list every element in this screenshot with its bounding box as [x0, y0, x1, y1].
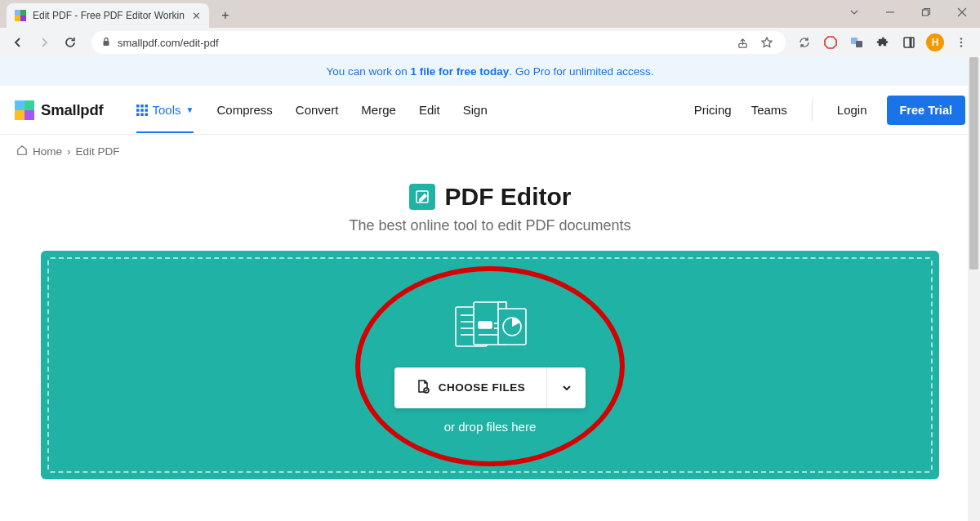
teams-link[interactable]: Teams	[751, 103, 787, 117]
browser-toolbar: smallpdf.com/edit-pdf H	[0, 28, 980, 57]
favicon-icon	[15, 10, 26, 21]
promo-bold: 1 file for free today	[411, 65, 510, 78]
svg-rect-5	[20, 10, 26, 16]
menu-tools-label: Tools	[153, 103, 181, 117]
adblock-icon[interactable]	[822, 33, 840, 51]
breadcrumb-sep: ›	[67, 145, 71, 158]
caret-down-icon: ▼	[186, 105, 194, 114]
svg-rect-12	[856, 41, 862, 47]
promo-prefix: You can work on	[327, 65, 411, 78]
tab-strip: Edit PDF - Free PDF Editor Workin ✕ +	[0, 0, 980, 28]
site-header: Smallpdf Tools ▼ Compress Convert Merge …	[0, 86, 980, 135]
svg-point-16	[960, 42, 963, 44]
svg-rect-21	[24, 110, 34, 120]
menu-merge[interactable]: Merge	[361, 103, 396, 117]
chevron-down-icon	[561, 382, 572, 394]
svg-rect-30	[145, 113, 148, 116]
menu-compress[interactable]: Compress	[216, 103, 272, 117]
new-tab-button[interactable]: +	[214, 4, 237, 27]
svg-rect-1	[923, 10, 929, 16]
tab-title: Edit PDF - Free PDF Editor Workin	[33, 10, 185, 21]
free-trial-button[interactable]: Free Trial	[887, 96, 965, 125]
drop-hint: or drop files here	[444, 420, 537, 434]
svg-point-17	[960, 45, 963, 47]
lock-icon	[101, 37, 111, 49]
svg-rect-28	[136, 113, 140, 116]
vertical-scrollbar[interactable]	[968, 57, 980, 521]
separator	[812, 99, 813, 122]
close-button[interactable]	[944, 0, 980, 24]
translate-icon[interactable]	[848, 33, 866, 51]
minimize-button[interactable]	[872, 0, 908, 24]
choose-files-dropdown[interactable]	[546, 367, 586, 408]
profile-avatar[interactable]: H	[926, 33, 944, 51]
promo-suffix: . Go Pro for unlimited access.	[509, 65, 653, 78]
page-title: PDF Editor	[445, 183, 572, 211]
svg-rect-23	[140, 105, 144, 108]
promo-banner[interactable]: You can work on 1 file for free today. G…	[0, 57, 980, 86]
pdf-editor-badge-icon	[409, 184, 435, 210]
chevron-down-icon[interactable]	[836, 0, 872, 24]
svg-point-15	[960, 38, 963, 40]
svg-rect-8	[104, 41, 109, 46]
main-menu: Tools ▼ Compress Convert Merge Edit Sign	[136, 103, 488, 117]
svg-rect-20	[15, 110, 24, 120]
document-icon	[416, 379, 430, 396]
share-icon[interactable]	[733, 33, 751, 51]
svg-rect-7	[20, 16, 26, 21]
breadcrumb-current: Edit PDF	[76, 145, 120, 158]
files-illustration-icon: PDF	[449, 297, 531, 358]
extension-icons: H	[795, 33, 973, 51]
scrollbar-thumb[interactable]	[969, 57, 978, 269]
reload-button[interactable]	[59, 31, 82, 54]
extensions-icon[interactable]	[874, 33, 892, 51]
browser-chrome: Edit PDF - Free PDF Editor Workin ✕ + sm…	[0, 0, 980, 57]
page-subtitle: The best online tool to edit PDF documen…	[0, 217, 980, 234]
svg-rect-18	[15, 100, 24, 110]
svg-rect-26	[140, 109, 144, 112]
svg-rect-25	[136, 109, 140, 112]
svg-marker-10	[825, 37, 836, 48]
svg-rect-19	[24, 100, 34, 110]
star-icon[interactable]	[758, 33, 776, 51]
menu-sign[interactable]: Sign	[463, 103, 488, 117]
window-controls	[836, 0, 980, 24]
svg-rect-27	[145, 109, 148, 112]
choose-files-button[interactable]: CHOOSE FILES	[394, 367, 547, 408]
logo-text: Smallpdf	[41, 101, 104, 119]
svg-rect-4	[15, 10, 20, 16]
address-bar[interactable]: smallpdf.com/edit-pdf	[91, 31, 786, 54]
svg-rect-24	[145, 105, 148, 108]
menu-convert[interactable]: Convert	[296, 103, 339, 117]
header-right: Pricing Teams Login Free Trial	[694, 96, 965, 125]
svg-rect-6	[15, 16, 20, 21]
maximize-button[interactable]	[908, 0, 944, 24]
choose-files-label: CHOOSE FILES	[439, 381, 526, 394]
home-icon	[16, 145, 28, 158]
sync-icon[interactable]	[795, 33, 813, 51]
breadcrumb-home[interactable]: Home	[33, 145, 62, 158]
kebab-menu-icon[interactable]	[952, 33, 970, 51]
forward-button[interactable]	[33, 31, 56, 54]
close-icon[interactable]: ✕	[192, 10, 201, 22]
menu-tools[interactable]: Tools ▼	[136, 103, 194, 133]
browser-tab[interactable]: Edit PDF - Free PDF Editor Workin ✕	[7, 3, 209, 28]
logo-icon	[15, 100, 34, 120]
page-content: You can work on 1 file for free today. G…	[0, 57, 980, 488]
apps-icon	[136, 105, 148, 116]
pricing-link[interactable]: Pricing	[694, 103, 732, 117]
back-button[interactable]	[7, 31, 29, 54]
menu-edit[interactable]: Edit	[419, 103, 440, 117]
panel-icon[interactable]	[900, 33, 918, 51]
choose-files-row: CHOOSE FILES	[394, 367, 586, 408]
drop-zone[interactable]: PDF CHOOSE FILES or drop fil	[41, 251, 939, 479]
breadcrumb: Home › Edit PDF	[0, 135, 980, 168]
svg-rect-29	[140, 113, 144, 116]
logo[interactable]: Smallpdf	[15, 100, 104, 120]
svg-rect-13	[904, 38, 914, 47]
svg-text:PDF: PDF	[480, 323, 492, 328]
login-link[interactable]: Login	[837, 103, 867, 117]
url-text: smallpdf.com/edit-pdf	[118, 37, 727, 49]
hero: PDF Editor The best online tool to edit …	[0, 168, 980, 239]
svg-rect-22	[136, 105, 140, 108]
